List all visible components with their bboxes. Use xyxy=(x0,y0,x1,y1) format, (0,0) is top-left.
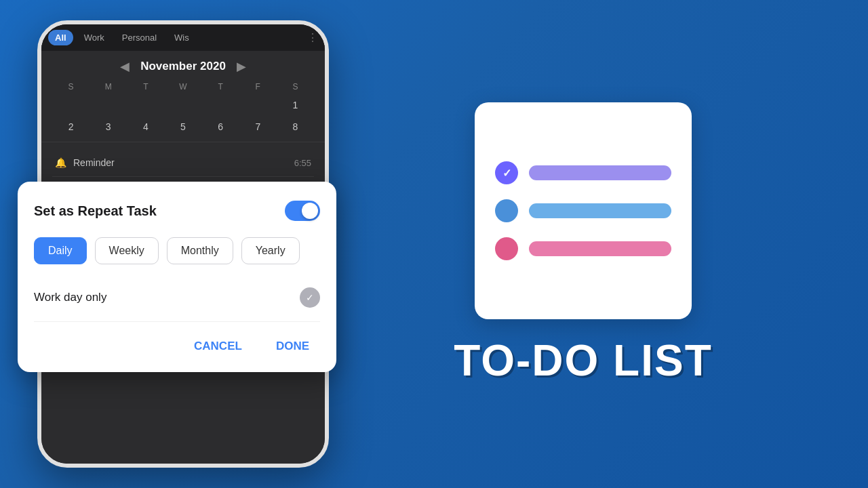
bell-icon: 🔔 xyxy=(55,157,66,168)
cal-empty-1 xyxy=(52,96,90,115)
cal-empty-5 xyxy=(202,96,239,115)
repeat-toggle[interactable] xyxy=(285,201,320,221)
todo-bar-purple xyxy=(529,165,671,180)
calendar-header: ◀ November 2020 ▶ xyxy=(41,51,325,82)
cal-empty-4 xyxy=(164,96,201,115)
list-item-reminder[interactable]: 🔔 Reminder 6:55 xyxy=(52,149,314,177)
done-button[interactable]: DONE xyxy=(269,336,316,357)
day-label-m: M xyxy=(90,82,127,92)
app-title: TO-DO LIST xyxy=(454,336,712,386)
dialog-title: Set as Repeat Task xyxy=(34,203,157,219)
monthly-button[interactable]: Monthly xyxy=(167,237,233,264)
todo-row-1: ✓ xyxy=(495,161,671,184)
cal-empty-6 xyxy=(239,96,277,115)
tab-all[interactable]: All xyxy=(48,30,73,45)
dialog-header: Set as Repeat Task xyxy=(34,201,320,221)
cal-day-4[interactable]: 4 xyxy=(127,117,164,136)
calendar-grid: S M T W T F S 1 2 3 xyxy=(41,82,325,136)
day-label-s1: S xyxy=(52,82,90,92)
phone-area: All Work Personal Wis ⋮ ◀ November 2020 … xyxy=(0,0,339,488)
cal-day-5[interactable]: 5 xyxy=(164,117,201,136)
todo-bar-pink xyxy=(529,241,671,256)
cal-day-8[interactable]: 8 xyxy=(277,117,314,136)
toggle-thumb xyxy=(302,203,318,219)
tab-wis[interactable]: Wis xyxy=(167,30,196,45)
cal-empty-2 xyxy=(90,96,127,115)
prev-month-button[interactable]: ◀ xyxy=(120,59,130,74)
dialog-actions: CANCEL DONE xyxy=(34,336,320,357)
calendar-days: 1 2 3 4 5 6 7 8 xyxy=(52,96,314,136)
day-label-s2: S xyxy=(277,82,314,92)
todo-dot-blue xyxy=(495,199,518,222)
checkmark-icon: ✓ xyxy=(502,167,511,180)
tab-work[interactable]: Work xyxy=(77,30,111,45)
cancel-button[interactable]: CANCEL xyxy=(187,336,249,357)
calendar-day-headers: S M T W T F S xyxy=(52,82,314,92)
tab-bar: All Work Personal Wis ⋮ xyxy=(41,24,325,51)
workday-check[interactable]: ✓ xyxy=(300,287,320,308)
reminder-value: 6:55 xyxy=(294,158,311,168)
day-label-t2: T xyxy=(202,82,239,92)
repeat-task-dialog: Set as Repeat Task Daily Weekly Monthly … xyxy=(18,182,336,372)
weekly-button[interactable]: Weekly xyxy=(95,237,159,264)
tab-more[interactable]: ⋮ xyxy=(307,31,318,44)
calendar-month-title: November 2020 xyxy=(140,60,226,73)
todo-row-3 xyxy=(495,237,671,260)
yearly-button[interactable]: Yearly xyxy=(241,237,300,264)
daily-button[interactable]: Daily xyxy=(34,237,87,264)
reminder-label: Reminder xyxy=(73,157,288,168)
repeat-frequency-group: Daily Weekly Monthly Yearly xyxy=(34,237,320,264)
todo-dot-purple: ✓ xyxy=(495,161,518,184)
todo-dot-pink xyxy=(495,237,518,260)
todo-bar-blue xyxy=(529,203,671,218)
day-label-f: F xyxy=(239,82,277,92)
cal-day-6[interactable]: 6 xyxy=(202,117,239,136)
day-label-w: W xyxy=(164,82,201,92)
cal-day-1[interactable]: 1 xyxy=(277,96,314,115)
todo-row-2 xyxy=(495,199,671,222)
cal-empty-3 xyxy=(127,96,164,115)
next-month-button[interactable]: ▶ xyxy=(237,59,246,74)
todo-card: ✓ xyxy=(475,102,692,319)
day-label-t1: T xyxy=(127,82,164,92)
cal-day-7[interactable]: 7 xyxy=(239,117,277,136)
tab-personal[interactable]: Personal xyxy=(115,30,163,45)
workday-row: Work day only ✓ xyxy=(34,283,320,322)
cal-day-3[interactable]: 3 xyxy=(90,117,127,136)
right-panel: ✓ TO-DO LIST xyxy=(339,102,868,386)
workday-label: Work day only xyxy=(34,291,106,304)
cal-day-2[interactable]: 2 xyxy=(52,117,90,136)
